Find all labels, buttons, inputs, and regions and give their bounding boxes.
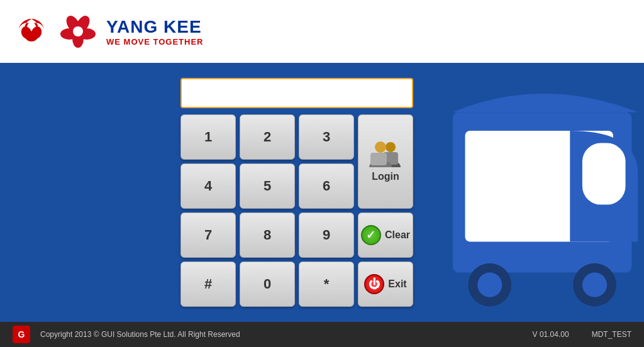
- keypad-grid: 1 2 3 Login 4 5 6: [180, 114, 413, 307]
- company-name: YANG KEE: [106, 17, 203, 37]
- key-0-button[interactable]: 0: [240, 262, 295, 307]
- footer: G Copyright 2013 © GUI Solutions Pte Ltd…: [0, 322, 644, 347]
- key-3-button[interactable]: 3: [299, 114, 354, 160]
- truck-silhouette-icon: [443, 63, 644, 322]
- yang-kee-logo-svg: [58, 11, 99, 52]
- key-2-button[interactable]: 2: [240, 114, 295, 160]
- exit-label: Exit: [388, 278, 406, 290]
- key-star-button[interactable]: *: [299, 262, 354, 307]
- keypad-panel: 1 2 3 Login 4 5 6: [180, 78, 413, 307]
- key-hash-button[interactable]: #: [180, 262, 236, 307]
- version-text: V 01.04.00: [533, 330, 569, 339]
- device-id-text: MDT_TEST: [592, 330, 631, 339]
- key-7-button[interactable]: 7: [180, 212, 236, 258]
- pin-input[interactable]: [180, 78, 413, 108]
- check-icon: ✓: [361, 225, 381, 245]
- logo-container: YANG KEE WE MOVE TOGETHER: [13, 11, 203, 52]
- key-6-button[interactable]: 6: [299, 163, 354, 209]
- exit-button[interactable]: ⏻ Exit: [358, 262, 413, 307]
- svg-point-16: [582, 273, 607, 297]
- company-logo-icon: [13, 13, 50, 50]
- svg-point-14: [477, 273, 502, 297]
- clear-button[interactable]: ✓ Clear: [358, 212, 413, 258]
- svg-point-3: [25, 31, 38, 41]
- header: YANG KEE WE MOVE TOGETHER: [0, 0, 644, 63]
- clear-label: Clear: [385, 229, 410, 241]
- svg-rect-12: [582, 143, 626, 205]
- key-9-button[interactable]: 9: [299, 212, 354, 258]
- svg-point-19: [375, 141, 386, 153]
- login-button[interactable]: Login: [358, 114, 413, 209]
- tagline: WE MOVE TOGETHER: [106, 37, 203, 47]
- svg-point-9: [73, 26, 83, 36]
- key-5-button[interactable]: 5: [240, 163, 295, 209]
- svg-point-17: [386, 142, 396, 152]
- key-8-button[interactable]: 8: [240, 212, 295, 258]
- main-area: 1 2 3 Login 4 5 6: [0, 63, 644, 322]
- power-icon: ⏻: [364, 274, 384, 294]
- key-1-button[interactable]: 1: [180, 114, 236, 160]
- users-icon: [368, 141, 403, 167]
- logo-text-block: YANG KEE WE MOVE TOGETHER: [106, 17, 203, 47]
- copyright-text: Copyright 2013 © GUI Solutions Pte Ltd. …: [40, 330, 523, 339]
- login-label: Login: [372, 171, 399, 182]
- svg-rect-20: [370, 153, 387, 165]
- key-4-button[interactable]: 4: [180, 163, 236, 209]
- gui-solutions-logo: G: [13, 326, 30, 343]
